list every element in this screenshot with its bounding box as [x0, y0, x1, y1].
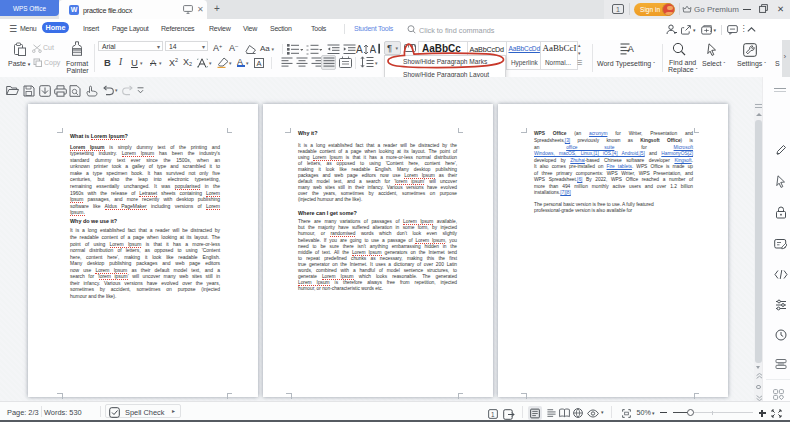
- svg-text:A: A: [628, 43, 635, 54]
- svg-text:A: A: [356, 44, 363, 55]
- svg-text:A: A: [370, 44, 377, 55]
- svg-text:1: 1: [491, 410, 495, 417]
